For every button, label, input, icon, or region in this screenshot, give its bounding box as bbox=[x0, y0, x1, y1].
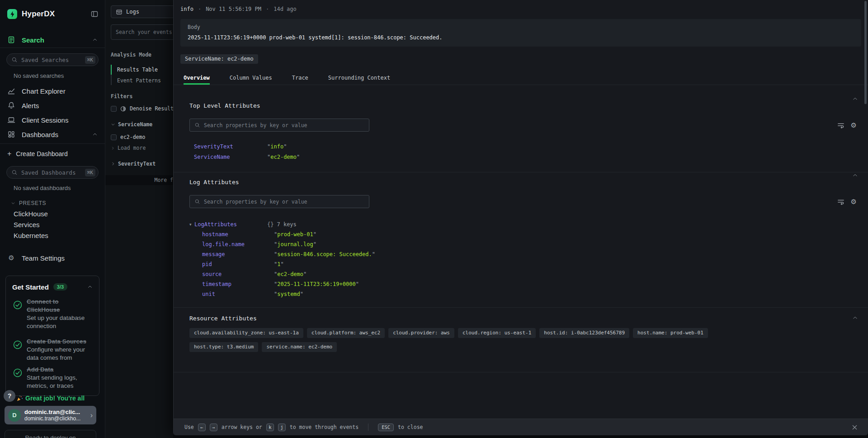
create-dashboard-button[interactable]: + Create Dashboard bbox=[0, 148, 105, 159]
filter-group-severitytext[interactable]: SeverityText bbox=[111, 160, 173, 168]
saved-searches-field[interactable] bbox=[21, 57, 85, 63]
property-search-box[interactable] bbox=[189, 195, 369, 208]
get-started-step-add-data[interactable]: Add Data Start sending logs, metrics, or… bbox=[12, 366, 93, 390]
braces-icon: {} bbox=[267, 221, 274, 228]
source-select-button[interactable]: Logs bbox=[111, 5, 173, 18]
resource-chip[interactable]: host.type: t3.medium bbox=[189, 342, 258, 352]
wrap-lines-icon[interactable] bbox=[837, 122, 844, 129]
attribute-value[interactable]: 1 bbox=[274, 261, 284, 267]
dot-separator: · bbox=[266, 6, 269, 12]
divider bbox=[0, 143, 105, 144]
tab-column-values[interactable]: Column Values bbox=[230, 73, 272, 85]
attribute-key[interactable]: message bbox=[202, 251, 274, 257]
attribute-value[interactable]: ec2-demo bbox=[274, 271, 307, 277]
drawer-scroll-area[interactable]: info · Nov 11 5:56:19 PM · 14d ago Body … bbox=[174, 0, 868, 419]
attribute-value[interactable]: session-846.scope: Succeeded. bbox=[274, 251, 375, 257]
sidebar-item-team-settings[interactable]: ⚙ Team Settings bbox=[0, 252, 105, 263]
attribute-key[interactable]: timestamp bbox=[202, 281, 274, 287]
attribute-key[interactable]: source bbox=[202, 271, 274, 277]
deploy-teaser-card[interactable]: Ready to deploy on bbox=[5, 430, 96, 438]
attribute-key[interactable]: LogAttributes bbox=[194, 221, 267, 228]
chevron-up-icon[interactable] bbox=[92, 37, 98, 43]
sidebar-item-chart-explorer[interactable]: Chart Explorer bbox=[0, 84, 105, 98]
resource-chip[interactable]: cloud.platform: aws_ec2 bbox=[307, 328, 385, 338]
chevron-up-icon[interactable] bbox=[852, 172, 858, 178]
filter-option-ec2-demo[interactable]: ec2-demo bbox=[111, 133, 173, 142]
attribute-value[interactable]: info bbox=[267, 143, 287, 150]
attribute-value[interactable]: ec2-demo bbox=[267, 154, 300, 160]
event-search-box[interactable] bbox=[111, 24, 173, 40]
chevron-up-icon[interactable] bbox=[87, 284, 93, 290]
sidebar-collapse-icon[interactable] bbox=[90, 10, 99, 18]
attribute-key[interactable]: SeverityText bbox=[194, 143, 267, 150]
resource-chip[interactable]: cloud.provider: aws bbox=[388, 328, 454, 338]
denoise-filter-row[interactable]: Denoise Results bbox=[111, 104, 173, 113]
saved-dashboards-input[interactable]: ⌘K bbox=[6, 166, 99, 179]
event-search-input[interactable] bbox=[116, 29, 173, 35]
user-menu[interactable]: D dominic.tran@clic... dominic.tran@clic… bbox=[5, 406, 96, 424]
get-started-step-connect[interactable]: Connect to ClickHouse Set up your databa… bbox=[12, 298, 93, 330]
logo-row: HyperDX bbox=[0, 0, 105, 20]
step-subtitle: Start sending logs, metrics, or traces bbox=[27, 374, 77, 389]
analysis-mode-label: Analysis Mode bbox=[111, 52, 173, 58]
attribute-value[interactable]: systemd bbox=[274, 291, 303, 297]
tab-surrounding-context[interactable]: Surrounding Context bbox=[328, 73, 390, 85]
property-search-input[interactable] bbox=[204, 199, 364, 205]
presets-toggle[interactable]: PRESETS bbox=[0, 200, 105, 207]
attribute-key[interactable]: hostname bbox=[202, 231, 274, 238]
tree-root-row[interactable]: ▾ LogAttributes {}7 keys bbox=[189, 219, 857, 229]
mode-results-table[interactable]: Results Table bbox=[111, 64, 173, 75]
collapse-triangle-icon[interactable]: ▾ bbox=[189, 222, 194, 227]
tab-trace[interactable]: Trace bbox=[292, 73, 308, 85]
tab-overview[interactable]: Overview bbox=[184, 73, 210, 85]
preset-clickhouse[interactable]: ClickHouse bbox=[0, 209, 105, 219]
section-top-level-attributes: Top Level Attributes ⚙ bbox=[174, 85, 868, 172]
saved-searches-input[interactable]: ⌘K bbox=[6, 53, 99, 66]
resource-chip[interactable]: host.id: i-0abc123def456789 bbox=[539, 328, 629, 338]
chevron-up-icon[interactable] bbox=[852, 96, 858, 102]
get-started-step-sources[interactable]: Create Data Sources Configure where your… bbox=[12, 338, 93, 362]
cmd-k-shortcut: ⌘K bbox=[85, 169, 95, 176]
sidebar-item-client-sessions[interactable]: Client Sessions bbox=[0, 113, 105, 127]
dashboard-grid-icon bbox=[7, 130, 15, 138]
attribute-value[interactable]: prod-web-01 bbox=[274, 231, 316, 238]
saved-dashboards-field[interactable] bbox=[21, 169, 85, 176]
attribute-value[interactable]: 2025-11-11T23:56:19+0000 bbox=[274, 281, 359, 287]
resource-chip[interactable]: service.name: ec2-demo bbox=[262, 342, 337, 352]
resource-chip[interactable]: cloud.region: us-east-1 bbox=[458, 328, 536, 338]
section-log-attributes: Log Attributes ⚙ bbox=[174, 172, 868, 308]
preset-kubernetes[interactable]: Kubernetes bbox=[0, 230, 105, 241]
property-search-input[interactable] bbox=[204, 122, 364, 129]
load-more-button[interactable]: Load more bbox=[111, 144, 173, 152]
chevron-up-icon[interactable] bbox=[92, 132, 98, 137]
resource-chip[interactable]: cloud.availability_zone: us-east-1a bbox=[189, 328, 303, 338]
attribute-key[interactable]: unit bbox=[202, 291, 274, 297]
resource-chip[interactable]: host.name: prod-web-01 bbox=[633, 328, 708, 338]
gear-icon[interactable]: ⚙ bbox=[851, 121, 857, 129]
attribute-key[interactable]: pid bbox=[202, 261, 274, 267]
event-body-card: Body 2025-11-11T23:56:19+0000 prod-web-0… bbox=[180, 19, 861, 47]
property-search-box[interactable] bbox=[189, 119, 369, 132]
attribute-key[interactable]: log.file.name bbox=[202, 241, 274, 248]
sidebar-item-dashboards[interactable]: Dashboards bbox=[0, 127, 105, 142]
help-button[interactable]: ? bbox=[4, 390, 15, 402]
attribute-row: message session-846.scope: Succeeded. bbox=[202, 249, 857, 259]
more-filters-button[interactable]: More filters bbox=[105, 175, 173, 185]
event-relative-time: 14d ago bbox=[274, 6, 297, 12]
attribute-value[interactable]: journal.log bbox=[274, 241, 316, 248]
service-name-tag[interactable]: ServiceName: ec2-demo bbox=[180, 54, 258, 64]
preset-services[interactable]: Services bbox=[0, 219, 105, 230]
wrap-lines-icon[interactable] bbox=[837, 198, 844, 205]
close-icon[interactable] bbox=[851, 424, 858, 431]
gear-icon[interactable]: ⚙ bbox=[851, 198, 857, 206]
chevron-up-icon[interactable] bbox=[852, 315, 858, 321]
filter-group-servicename[interactable]: ServiceName bbox=[111, 120, 173, 129]
checkbox[interactable] bbox=[111, 106, 117, 112]
mode-event-patterns[interactable]: Event Patterns bbox=[111, 75, 173, 86]
scrollbar-thumb[interactable] bbox=[864, 1, 867, 104]
checkbox[interactable] bbox=[111, 134, 117, 140]
sidebar-item-search[interactable]: Search bbox=[0, 34, 105, 45]
sidebar-item-alerts[interactable]: Alerts bbox=[0, 98, 105, 113]
no-saved-searches-text: No saved searches bbox=[0, 72, 105, 80]
attribute-key[interactable]: ServiceName bbox=[194, 154, 267, 160]
